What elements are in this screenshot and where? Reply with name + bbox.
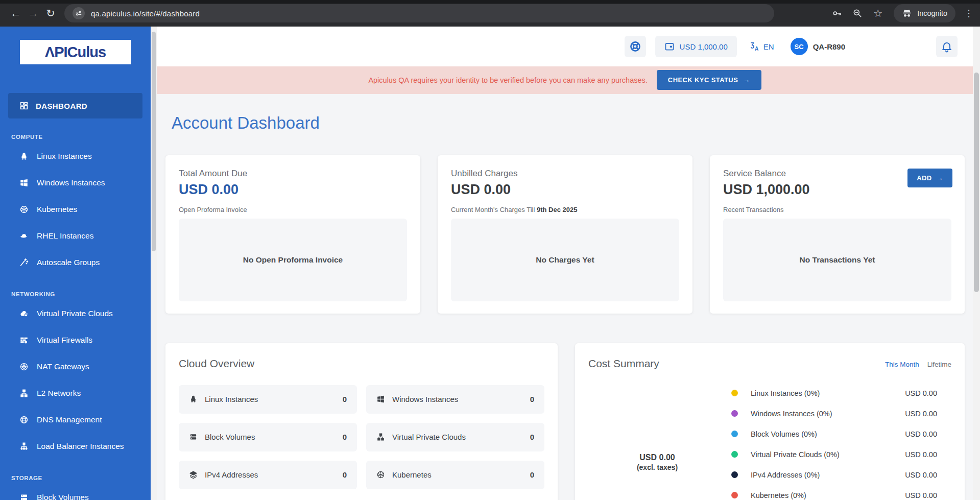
legend-row-linux: Linux Instances (0%) USD 0.00 [731,383,951,403]
vpc-network-icon [376,433,385,441]
cloud-overview-title: Cloud Overview [179,358,544,370]
unbilled-charges-value: USD 0.00 [451,182,679,198]
life-buoy-icon [629,40,641,53]
sidebar-scrollbar[interactable] [151,27,157,500]
tile-kubernetes[interactable]: Kubernetes 0 [366,461,544,489]
avatar: SC [791,38,808,55]
sidebar: ΛPICulus DASHBOARD COMPUTE Linux Instanc… [0,27,151,500]
language-label: EN [763,42,774,51]
sidebar-item-block-volumes[interactable]: Block Volumes [0,484,151,500]
legend-row-ipv4: IPv4 Addresses (0%) USD 0.00 [731,465,951,485]
sidebar-item-rhel-instances[interactable]: RHEL Instances [0,223,151,249]
svg-text:Ʒ: Ʒ [751,41,754,49]
sidebar-section-networking: NETWORKING [11,291,151,297]
kubernetes-icon [19,205,29,214]
legend-dot [731,431,738,437]
card-title: Unbilled Charges [451,169,679,179]
linux-icon [189,395,198,403]
ipv4-layers-icon [189,470,198,479]
check-kyc-status-button[interactable]: CHECK KYC STATUS → [657,70,761,90]
sidebar-item-l2-networks[interactable]: L2 Networks [0,380,151,407]
sidebar-item-windows-instances[interactable]: Windows Instances [0,170,151,196]
cost-total-value: USD 0.00 [639,453,675,462]
card-subtitle: Recent Transactions [723,206,951,213]
total-amount-due-card: Total Amount Due USD 0.00 Open Proforma … [165,155,420,314]
sidebar-scrollbar-thumb[interactable] [152,32,156,251]
tile-linux-instances[interactable]: Linux Instances 0 [179,385,357,414]
block-volume-icon [19,493,29,500]
incognito-badge: Incognito [894,4,955,22]
tab-this-month[interactable]: This Month [885,361,919,368]
sidebar-item-linux-instances[interactable]: Linux Instances [0,143,151,170]
firewall-icon [19,336,29,345]
cost-legend: Linux Instances (0%) USD 0.00 Windows In… [726,383,951,500]
cost-summary-title: Cost Summary [588,358,659,370]
forward-icon[interactable]: → [25,5,42,22]
bookmark-star-icon[interactable]: ☆ [869,5,887,22]
kyc-banner: Apiculus QA requires your identity to be… [157,66,973,93]
tile-block-volumes[interactable]: Block Volumes 0 [179,423,357,451]
transactions-empty-state: No Transactions Yet [723,219,951,301]
sidebar-item-nat-gateways[interactable]: NAT Gateways [0,353,151,380]
linux-icon [19,152,29,161]
sidebar-item-load-balancer-instances[interactable]: Load Balancer Instances [0,433,151,460]
kubernetes-icon [376,470,385,479]
sidebar-item-virtual-private-clouds[interactable]: Virtual Private Clouds [0,300,151,327]
bell-icon [941,40,953,53]
dashboard-content: Account Dashboard Total Amount Due USD 0… [157,94,973,500]
tile-ipv4-addresses[interactable]: IPv4 Addresses 0 [179,461,357,489]
card-title: Total Amount Due [179,169,407,179]
site-settings-icon[interactable] [73,7,85,19]
load-balancer-icon [19,442,29,451]
sidebar-item-kubernetes[interactable]: Kubernetes [0,196,151,223]
sidebar-item-virtual-firewalls[interactable]: Virtual Firewalls [0,327,151,353]
legend-row-vpc: Virtual Private Clouds (0%) USD 0.00 [731,444,951,465]
globe-icon [19,415,29,424]
password-key-icon[interactable] [828,5,846,22]
address-bar[interactable]: qa.apiculus.io/site/#/dashboard [64,4,774,22]
help-button[interactable] [625,36,646,57]
windows-icon [376,395,385,403]
sidebar-section-compute: COMPUTE [11,134,151,140]
arrow-right-icon: → [937,174,943,182]
cloud-lock-icon [19,309,29,318]
reload-icon[interactable]: ↻ [42,5,59,22]
page-scrollbar[interactable] [973,27,980,500]
tab-lifetime[interactable]: Lifetime [927,361,951,368]
unbilled-charges-card: Unbilled Charges USD 0.00 Current Month'… [438,155,692,314]
language-selector[interactable]: Ʒ A EN [749,41,774,52]
total-amount-due-value: USD 0.00 [179,182,407,198]
sidebar-section-storage: STORAGE [11,475,151,481]
sidebar-item-dns-management[interactable]: DNS Management [0,407,151,433]
dashboard-icon [19,101,29,110]
sidebar-item-dashboard[interactable]: DASHBOARD [8,93,142,118]
legend-dot [731,390,738,396]
tile-virtual-private-clouds[interactable]: Virtual Private Clouds 0 [366,423,544,451]
legend-dot [731,410,738,417]
charges-empty-state: No Charges Yet [451,219,679,301]
browser-chrome: ← → ↻ qa.apiculus.io/site/#/dashboard ☆ [0,0,980,27]
legend-dot [731,451,738,458]
open-proforma-empty-state: No Open Proforma Invoice [179,219,407,301]
tile-windows-instances[interactable]: Windows Instances 0 [366,385,544,414]
page-title: Account Dashboard [172,113,965,133]
page-scrollbar-thumb[interactable] [974,73,979,292]
account-menu[interactable]: SC QA-R890 [791,38,845,55]
top-header: USD 1,000.00 Ʒ A EN SC QA-R890 [157,27,973,66]
notifications-button[interactable] [936,36,958,57]
apiculus-logo[interactable]: ΛPICulus [20,40,131,64]
url-text: qa.apiculus.io/site/#/dashboard [91,9,200,18]
sidebar-item-autoscale-groups[interactable]: Autoscale Groups [0,249,151,276]
incognito-label: Incognito [917,9,947,17]
l2-network-icon [19,389,29,398]
wallet-balance-button[interactable]: USD 1,000.00 [655,36,737,57]
legend-row-windows: Windows Instances (0%) USD 0.00 [731,403,951,424]
redhat-icon [19,231,29,241]
zoom-out-icon[interactable] [849,5,866,22]
add-funds-button[interactable]: ADD → [907,169,952,187]
browser-menu-icon[interactable]: ⋮ [963,8,975,19]
card-subtitle: Open Proforma Invoice [179,206,407,213]
back-icon[interactable]: ← [7,5,25,22]
service-balance-card: Service Balance USD 1,000.00 Recent Tran… [710,155,965,314]
cost-total: USD 0.00 (excl. taxes) [588,419,726,500]
